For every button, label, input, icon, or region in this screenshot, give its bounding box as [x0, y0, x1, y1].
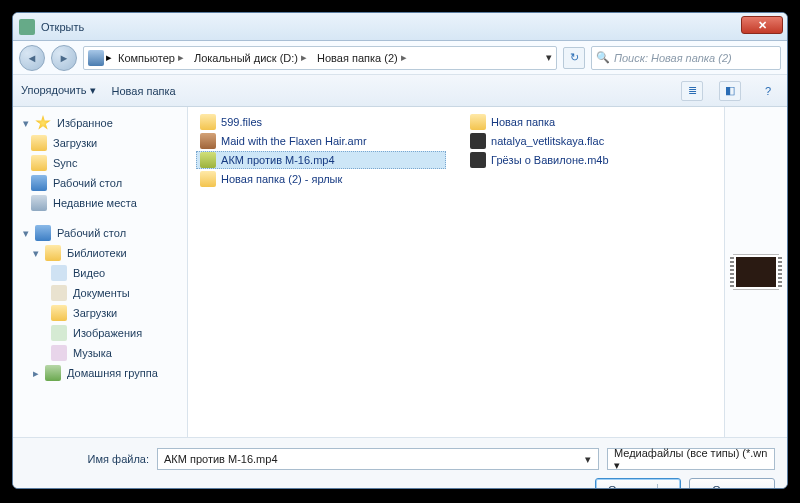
sidebar-favorites-header[interactable]: ▾Избранное — [13, 113, 187, 133]
image-icon — [51, 325, 67, 341]
file-list[interactable]: 599.filesMaid with the Flaxen Hair.amrАК… — [188, 107, 724, 437]
search-placeholder: Поиск: Новая папка (2) — [614, 52, 732, 64]
music-icon — [51, 345, 67, 361]
file-name: Новая папка — [491, 116, 555, 128]
folder-icon — [31, 135, 47, 151]
sidebar-item-downloads2[interactable]: Загрузки — [13, 303, 187, 323]
file-icon — [470, 114, 486, 130]
file-item[interactable]: Новая папка (2) - ярлык — [196, 170, 446, 188]
file-item[interactable]: 599.files — [196, 113, 446, 131]
chevron-right-icon: ▸ — [401, 51, 407, 64]
file-icon — [200, 133, 216, 149]
file-item[interactable]: natalya_vetlitskaya.flac — [466, 132, 716, 150]
sidebar-item-recent[interactable]: Недавние места — [13, 193, 187, 213]
filetype-filter[interactable]: Медиафайлы (все типы) (*.wn ▾ — [607, 448, 775, 470]
folder-icon — [51, 305, 67, 321]
close-icon: ✕ — [758, 19, 767, 32]
file-name: natalya_vetlitskaya.flac — [491, 135, 604, 147]
sidebar-libraries-header[interactable]: ▾Библиотеки — [13, 243, 187, 263]
preview-pane — [724, 107, 787, 437]
file-item[interactable]: Новая папка — [466, 113, 716, 131]
organize-menu[interactable]: Упорядочить ▾ — [21, 84, 96, 97]
crumb-disk[interactable]: Локальный диск (D:)▸ — [190, 51, 311, 64]
star-icon — [35, 115, 51, 131]
file-item[interactable]: АКМ против М-16.mp4 — [196, 151, 446, 169]
close-button[interactable]: ✕ — [741, 16, 783, 34]
refresh-button[interactable]: ↻ — [563, 47, 585, 69]
new-folder-button[interactable]: Новая папка — [112, 85, 176, 97]
file-item[interactable]: Maid with the Flaxen Hair.amr — [196, 132, 446, 150]
chevron-right-icon: ▸ — [301, 51, 307, 64]
sidebar-desktop-header[interactable]: ▾Рабочий стол — [13, 223, 187, 243]
desktop-icon — [31, 175, 47, 191]
body: ▾Избранное Загрузки Sync Рабочий стол Не… — [13, 107, 787, 437]
pane-icon: ◧ — [725, 84, 735, 97]
view-icon: ≣ — [688, 84, 697, 97]
forward-button[interactable]: ► — [51, 45, 77, 71]
chevron-down-icon[interactable]: ▾ — [580, 451, 596, 467]
desktop-icon — [35, 225, 51, 241]
sidebar-item-music[interactable]: Музыка — [13, 343, 187, 363]
file-icon — [470, 152, 486, 168]
chevron-right-icon: ▸ — [178, 51, 184, 64]
homegroup-icon — [45, 365, 61, 381]
app-icon — [19, 19, 35, 35]
computer-icon — [88, 50, 104, 66]
sidebar-item-images[interactable]: Изображения — [13, 323, 187, 343]
video-thumbnail — [734, 255, 778, 289]
chevron-down-icon[interactable]: ▾ — [546, 51, 552, 64]
sidebar-homegroup[interactable]: ▸Домашняя группа — [13, 363, 187, 383]
file-icon — [200, 114, 216, 130]
sidebar-item-downloads[interactable]: Загрузки — [13, 133, 187, 153]
crumb-folder[interactable]: Новая папка (2)▸ — [313, 51, 411, 64]
footer: Имя файла: АКМ против М-16.mp4 ▾ Медиафа… — [13, 437, 787, 489]
library-icon — [45, 245, 61, 261]
file-item[interactable]: Грёзы о Вавилоне.m4b — [466, 151, 716, 169]
back-button[interactable]: ◄ — [19, 45, 45, 71]
file-name: АКМ против М-16.mp4 — [221, 154, 335, 166]
file-icon — [200, 152, 216, 168]
navbar: ◄ ► ▸ Компьютер▸ Локальный диск (D:)▸ Но… — [13, 41, 787, 75]
preview-toggle[interactable]: ◧ — [719, 81, 741, 101]
document-icon — [51, 285, 67, 301]
filename-combo[interactable]: АКМ против М-16.mp4 ▾ — [157, 448, 599, 470]
toolbar: Упорядочить ▾ Новая папка ≣ ◧ ? — [13, 75, 787, 107]
help-button[interactable]: ? — [757, 81, 779, 101]
breadcrumb[interactable]: ▸ Компьютер▸ Локальный диск (D:)▸ Новая … — [83, 46, 557, 70]
forward-icon: ► — [59, 52, 70, 64]
split-chevron-icon[interactable]: ▾ — [657, 484, 668, 490]
titlebar: Открыть ✕ — [13, 13, 787, 41]
chevron-down-icon: ▾ — [23, 227, 29, 240]
filename-label: Имя файла: — [25, 453, 149, 465]
recent-icon — [31, 195, 47, 211]
file-name: Грёзы о Вавилоне.m4b — [491, 154, 609, 166]
chevron-down-icon: ▾ — [33, 247, 39, 260]
sidebar-item-documents[interactable]: Документы — [13, 283, 187, 303]
chevron-right-icon: ▸ — [33, 367, 39, 380]
sidebar-item-sync[interactable]: Sync — [13, 153, 187, 173]
chevron-down-icon: ▾ — [23, 117, 29, 130]
search-input[interactable]: 🔍 Поиск: Новая папка (2) — [591, 46, 781, 70]
refresh-icon: ↻ — [570, 51, 579, 64]
open-dialog: Открыть ✕ ◄ ► ▸ Компьютер▸ Локальный дис… — [12, 12, 788, 489]
folder-icon — [31, 155, 47, 171]
window-title: Открыть — [41, 21, 84, 33]
view-menu[interactable]: ≣ — [681, 81, 703, 101]
video-icon — [51, 265, 67, 281]
crumb-computer[interactable]: Компьютер▸ — [114, 51, 188, 64]
search-icon: 🔍 — [596, 51, 610, 64]
sidebar-item-desktop[interactable]: Рабочий стол — [13, 173, 187, 193]
back-icon: ◄ — [27, 52, 38, 64]
chevron-right-icon: ▸ — [106, 51, 112, 64]
file-icon — [200, 171, 216, 187]
filename-value: АКМ против М-16.mp4 — [164, 453, 278, 465]
sidebar: ▾Избранное Загрузки Sync Рабочий стол Не… — [13, 107, 188, 437]
open-button[interactable]: Открыть ▾ — [595, 478, 681, 489]
file-name: 599.files — [221, 116, 262, 128]
sidebar-item-video[interactable]: Видео — [13, 263, 187, 283]
file-icon — [470, 133, 486, 149]
file-name: Новая папка (2) - ярлык — [221, 173, 342, 185]
cancel-button[interactable]: Отмена — [689, 478, 775, 489]
file-name: Maid with the Flaxen Hair.amr — [221, 135, 367, 147]
